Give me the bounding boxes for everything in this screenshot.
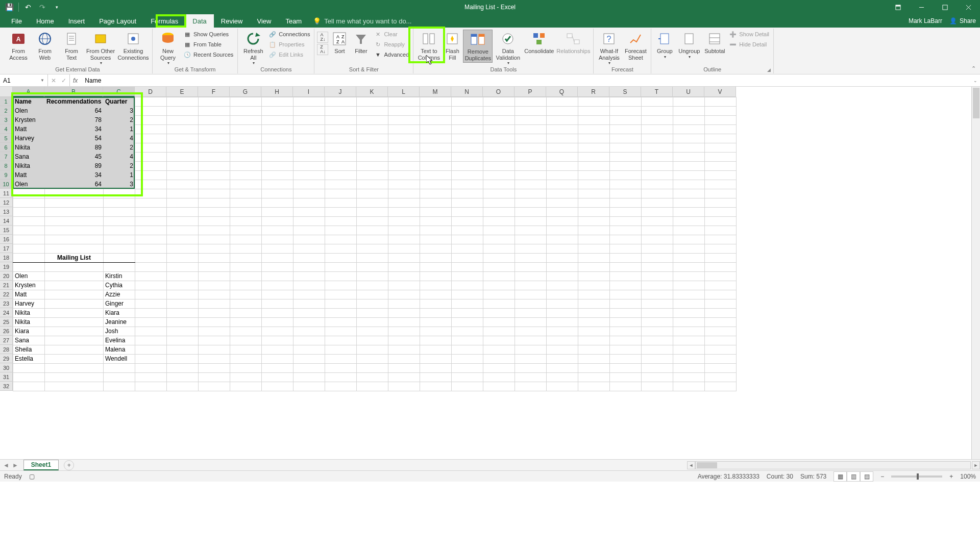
row-header-26[interactable]: 26 <box>0 327 13 336</box>
col-header-B[interactable]: B <box>44 87 103 97</box>
tab-data[interactable]: Data <box>185 14 213 28</box>
row-header-8[interactable]: 8 <box>0 161 13 170</box>
col-header-V[interactable]: V <box>704 87 736 97</box>
grid[interactable]: NameRecommendationsQuarterOlen643Krysten… <box>13 97 737 391</box>
tab-nav-prev-icon[interactable]: ◄ <box>3 462 9 469</box>
row-header-19[interactable]: 19 <box>0 262 13 271</box>
tab-team[interactable]: Team <box>278 14 309 28</box>
undo-icon[interactable]: ↶ <box>22 1 34 13</box>
name-box[interactable]: A1 ▼ <box>0 74 48 86</box>
row-header-22[interactable]: 22 <box>0 290 13 299</box>
row-header-31[interactable]: 31 <box>0 372 13 382</box>
what-if-analysis-button[interactable]: ?What-If Analysis▾ <box>596 30 622 66</box>
col-header-C[interactable]: C <box>103 87 135 97</box>
row-header-18[interactable]: 18 <box>0 253 13 262</box>
col-header-E[interactable]: E <box>166 87 198 97</box>
connections-button[interactable]: 🔗Connections <box>267 30 311 39</box>
flash-fill-button[interactable]: Flash Fill <box>443 30 462 62</box>
row-header-7[interactable]: 7 <box>0 152 13 161</box>
col-header-J[interactable]: J <box>325 87 356 97</box>
filter-button[interactable]: Filter <box>351 30 371 56</box>
row-header-28[interactable]: 28 <box>0 345 13 354</box>
zoom-level[interactable]: 100% <box>960 473 976 480</box>
macro-record-icon[interactable]: ▢ <box>29 473 35 480</box>
add-sheet-button[interactable]: + <box>64 460 74 470</box>
col-header-R[interactable]: R <box>578 87 609 97</box>
zoom-in-button[interactable]: + <box>949 473 953 480</box>
zoom-out-button[interactable]: − <box>880 473 884 480</box>
row-header-30[interactable]: 30 <box>0 363 13 372</box>
fx-icon[interactable]: fx <box>70 77 81 84</box>
row-header-11[interactable]: 11 <box>0 189 13 198</box>
from-text-button[interactable]: From Text <box>59 30 84 62</box>
consolidate-button[interactable]: Consolidate <box>523 30 555 56</box>
column-headers[interactable]: ABCDEFGHIJKLMNOPQRSTUV <box>13 87 736 97</box>
ribbon-display-options-icon[interactable] <box>886 0 910 14</box>
row-header-21[interactable]: 21 <box>0 281 13 290</box>
minimize-icon[interactable] <box>910 0 933 14</box>
spreadsheet[interactable]: ABCDEFGHIJKLMNOPQRSTUV 12345678910111213… <box>0 87 980 459</box>
save-icon[interactable]: 💾 <box>3 1 15 13</box>
tab-nav-next-icon[interactable]: ► <box>12 462 18 469</box>
advanced-filter-button[interactable]: ▼Advanced <box>372 50 410 59</box>
row-headers[interactable]: 1234567891011121314151617181920212223242… <box>0 97 13 391</box>
vertical-scrollbar[interactable] <box>971 87 980 459</box>
tab-home[interactable]: Home <box>29 14 61 28</box>
col-header-P[interactable]: P <box>514 87 546 97</box>
col-header-Q[interactable]: Q <box>546 87 578 97</box>
col-header-L[interactable]: L <box>388 87 420 97</box>
tab-review[interactable]: Review <box>214 14 250 28</box>
hide-detail-button[interactable]: ➖Hide Detail <box>727 40 771 49</box>
tab-insert[interactable]: Insert <box>61 14 92 28</box>
normal-view-button[interactable]: ▦ <box>834 471 847 482</box>
row-header-23[interactable]: 23 <box>0 299 13 308</box>
sort-button[interactable]: AZZASort <box>329 30 350 56</box>
col-header-O[interactable]: O <box>483 87 514 97</box>
horizontal-scrollbar[interactable] <box>695 461 971 469</box>
row-header-2[interactable]: 2 <box>0 106 13 115</box>
refresh-all-button[interactable]: Refresh All▾ <box>240 30 266 66</box>
tab-file[interactable]: File <box>4 14 29 28</box>
share-button[interactable]: 👤 Share <box>949 17 976 24</box>
name-box-dropdown-icon[interactable]: ▼ <box>40 78 44 83</box>
ungroup-button[interactable]: Ungroup▾ <box>676 30 702 60</box>
col-header-G[interactable]: G <box>230 87 261 97</box>
col-header-K[interactable]: K <box>356 87 388 97</box>
cancel-formula-icon[interactable]: ✕ <box>51 77 56 84</box>
existing-connections-button[interactable]: Existing Connections <box>117 30 150 62</box>
col-header-T[interactable]: T <box>641 87 673 97</box>
col-header-M[interactable]: M <box>420 87 451 97</box>
col-header-A[interactable]: A <box>13 87 44 97</box>
show-detail-button[interactable]: ➕Show Detail <box>727 30 771 39</box>
row-header-16[interactable]: 16 <box>0 235 13 244</box>
data-validation-button[interactable]: Data Validation▾ <box>494 30 522 66</box>
from-other-sources-button[interactable]: From Other Sources▾ <box>85 30 116 66</box>
outline-dialog-launcher-icon[interactable]: ◢ <box>767 67 771 72</box>
accept-formula-icon[interactable]: ✓ <box>61 77 66 84</box>
row-header-17[interactable]: 17 <box>0 244 13 253</box>
sheet-tab-sheet1[interactable]: Sheet1 <box>23 460 59 470</box>
from-access-button[interactable]: AFrom Access <box>6 30 31 62</box>
sort-asc-button[interactable]: AZ↓ <box>317 32 328 43</box>
tell-me-search[interactable]: 💡 Tell me what you want to do... <box>313 17 411 25</box>
row-header-6[interactable]: 6 <box>0 143 13 152</box>
subtotal-button[interactable]: Subtotal <box>703 30 726 56</box>
col-header-U[interactable]: U <box>673 87 704 97</box>
col-header-S[interactable]: S <box>609 87 641 97</box>
text-to-columns-button[interactable]: Text to Columns <box>416 30 442 62</box>
clear-filter-button[interactable]: ✕Clear <box>372 30 410 39</box>
row-header-9[interactable]: 9 <box>0 170 13 180</box>
expand-formula-bar-icon[interactable]: ⌄ <box>971 78 980 83</box>
relationships-button[interactable]: Relationships <box>556 30 591 56</box>
row-header-32[interactable]: 32 <box>0 382 13 391</box>
tab-formulas[interactable]: Formulas <box>143 14 185 28</box>
user-name[interactable]: Mark LaBarr <box>909 17 942 24</box>
col-header-I[interactable]: I <box>293 87 325 97</box>
properties-button[interactable]: 📋Properties <box>267 40 311 49</box>
remove-duplicates-button[interactable]: Remove Duplicates <box>463 30 493 63</box>
col-header-H[interactable]: H <box>261 87 293 97</box>
row-header-29[interactable]: 29 <box>0 354 13 363</box>
row-header-20[interactable]: 20 <box>0 271 13 281</box>
row-header-3[interactable]: 3 <box>0 115 13 124</box>
reapply-button[interactable]: ↻Reapply <box>372 40 410 49</box>
